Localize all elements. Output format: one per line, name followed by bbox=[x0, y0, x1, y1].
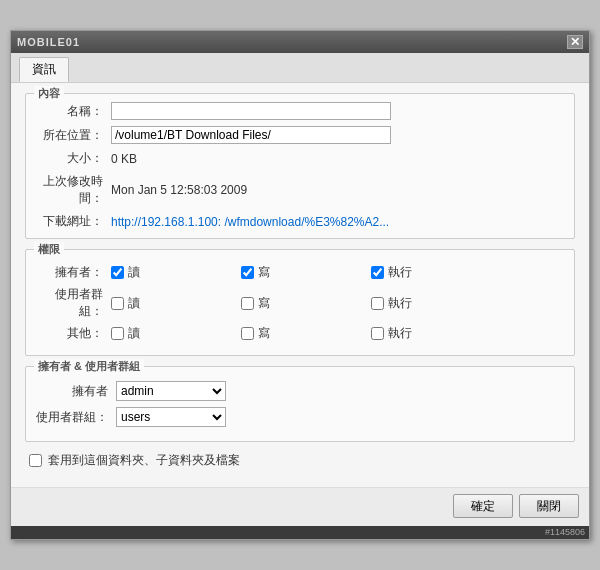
perm-group-execute: 執行 bbox=[371, 295, 501, 312]
apply-label: 套用到這個資料夾、子資料夾及檔案 bbox=[48, 452, 240, 469]
download-row: 下載網址： http://192.168.1.100: /wfmdownload… bbox=[36, 213, 564, 230]
content-section-title: 內容 bbox=[34, 86, 64, 101]
app-logo: MOBILE01 bbox=[17, 36, 80, 48]
permissions-section-title: 權限 bbox=[34, 242, 64, 257]
perm-owner-row: 擁有者： 讀 寫 執行 bbox=[36, 264, 564, 281]
perm-group-write: 寫 bbox=[241, 295, 371, 312]
location-input[interactable] bbox=[111, 126, 391, 144]
button-bar: 確定 關閉 bbox=[11, 487, 589, 526]
perm-others-execute-checkbox[interactable] bbox=[371, 327, 384, 340]
perm-group-read-checkbox[interactable] bbox=[111, 297, 124, 310]
perm-others-execute: 執行 bbox=[371, 325, 501, 342]
perm-others-execute-label: 執行 bbox=[388, 325, 412, 342]
perm-owner-read: 讀 bbox=[111, 264, 241, 281]
cancel-button[interactable]: 關閉 bbox=[519, 494, 579, 518]
title-bar: MOBILE01 ✕ bbox=[11, 31, 589, 53]
perm-others-write-label: 寫 bbox=[258, 325, 270, 342]
apply-row: 套用到這個資料夾、子資料夾及檔案 bbox=[25, 452, 575, 469]
perm-group-label: 使用者群組： bbox=[36, 286, 111, 320]
perm-owner-label: 擁有者： bbox=[36, 264, 111, 281]
owner-label: 擁有者 bbox=[36, 383, 116, 400]
main-content: 內容 名稱： 所在位置： 大小： 0 KB 上次修改時間： Mon Jan 5 … bbox=[11, 83, 589, 487]
modified-label: 上次修改時間： bbox=[36, 173, 111, 207]
perm-group-row: 使用者群組： 讀 寫 執行 bbox=[36, 286, 564, 320]
perm-others-read-checkbox[interactable] bbox=[111, 327, 124, 340]
group-row: 使用者群組： users admin everyone bbox=[36, 407, 564, 427]
name-input[interactable] bbox=[111, 102, 391, 120]
tab-info-label: 資訊 bbox=[32, 62, 56, 76]
perm-owner-read-checkbox[interactable] bbox=[111, 266, 124, 279]
apply-checkbox[interactable] bbox=[29, 454, 42, 467]
owner-section: 擁有者 & 使用者群組 擁有者 admin root guest 使用者群組： … bbox=[25, 366, 575, 442]
owner-row: 擁有者 admin root guest bbox=[36, 381, 564, 401]
perm-owner-write-label: 寫 bbox=[258, 264, 270, 281]
modified-row: 上次修改時間： Mon Jan 5 12:58:03 2009 bbox=[36, 173, 564, 207]
perm-group-read-label: 讀 bbox=[128, 295, 140, 312]
owner-section-title: 擁有者 & 使用者群組 bbox=[34, 359, 144, 374]
perm-owner-write: 寫 bbox=[241, 264, 371, 281]
modified-value: Mon Jan 5 12:58:03 2009 bbox=[111, 183, 247, 197]
perm-others-label: 其他： bbox=[36, 325, 111, 342]
group-select[interactable]: users admin everyone bbox=[116, 407, 226, 427]
perm-others-write: 寫 bbox=[241, 325, 371, 342]
permissions-section: 權限 擁有者： 讀 寫 執行 bbox=[25, 249, 575, 356]
title-bar-left: MOBILE01 bbox=[17, 36, 80, 48]
name-label: 名稱： bbox=[36, 103, 111, 120]
perm-group-write-label: 寫 bbox=[258, 295, 270, 312]
download-link[interactable]: http://192.168.1.100: /wfmdownload/%E3%8… bbox=[111, 215, 389, 229]
perm-owner-execute-label: 執行 bbox=[388, 264, 412, 281]
location-label: 所在位置： bbox=[36, 127, 111, 144]
owner-select[interactable]: admin root guest bbox=[116, 381, 226, 401]
perm-owner-execute: 執行 bbox=[371, 264, 501, 281]
main-window: MOBILE01 ✕ 資訊 內容 名稱： 所在位置： 大小： 0 bbox=[10, 30, 590, 540]
perm-group-execute-label: 執行 bbox=[388, 295, 412, 312]
tab-bar: 資訊 bbox=[11, 53, 589, 83]
size-row: 大小： 0 KB bbox=[36, 150, 564, 167]
perm-others-row: 其他： 讀 寫 執行 bbox=[36, 325, 564, 342]
confirm-button[interactable]: 確定 bbox=[453, 494, 513, 518]
close-button[interactable]: ✕ bbox=[567, 35, 583, 49]
download-label: 下載網址： bbox=[36, 213, 111, 230]
perm-group-execute-checkbox[interactable] bbox=[371, 297, 384, 310]
name-row: 名稱： bbox=[36, 102, 564, 120]
content-section: 內容 名稱： 所在位置： 大小： 0 KB 上次修改時間： Mon Jan 5 … bbox=[25, 93, 575, 239]
perm-owner-write-checkbox[interactable] bbox=[241, 266, 254, 279]
perm-group-read: 讀 bbox=[111, 295, 241, 312]
perm-owner-read-label: 讀 bbox=[128, 264, 140, 281]
size-value: 0 KB bbox=[111, 152, 137, 166]
perm-group-checks: 讀 寫 執行 bbox=[111, 295, 564, 312]
perm-others-read-label: 讀 bbox=[128, 325, 140, 342]
size-label: 大小： bbox=[36, 150, 111, 167]
location-row: 所在位置： bbox=[36, 126, 564, 144]
perm-owner-execute-checkbox[interactable] bbox=[371, 266, 384, 279]
perm-others-read: 讀 bbox=[111, 325, 241, 342]
perm-others-checks: 讀 寫 執行 bbox=[111, 325, 564, 342]
id-badge: #1145806 bbox=[11, 526, 589, 539]
perm-owner-checks: 讀 寫 執行 bbox=[111, 264, 564, 281]
perm-group-write-checkbox[interactable] bbox=[241, 297, 254, 310]
tab-info[interactable]: 資訊 bbox=[19, 57, 69, 82]
perm-others-write-checkbox[interactable] bbox=[241, 327, 254, 340]
group-label: 使用者群組： bbox=[36, 409, 116, 426]
